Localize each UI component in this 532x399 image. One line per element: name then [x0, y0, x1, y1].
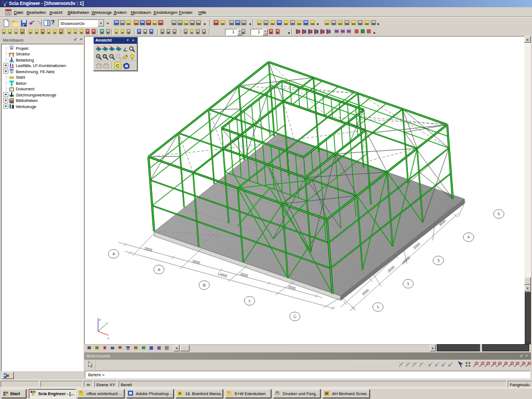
svg-text:y: y	[106, 321, 108, 325]
svg-text:14000: 14000	[401, 255, 411, 265]
svg-text:C: C	[116, 63, 120, 69]
svg-text:3500: 3500	[387, 265, 396, 273]
svg-text:x: x	[108, 336, 109, 340]
svg-text:3500: 3500	[239, 272, 248, 278]
svg-text:3500: 3500	[192, 259, 201, 265]
svg-text:z: z	[99, 318, 101, 321]
svg-text:3500: 3500	[144, 246, 153, 252]
svg-text:3500: 3500	[361, 288, 370, 296]
